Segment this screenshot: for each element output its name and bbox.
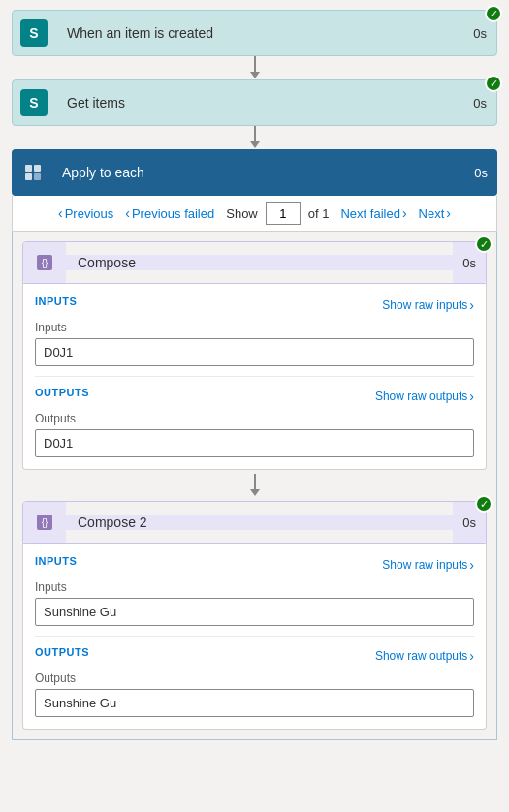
svg-rect-3 <box>34 173 41 180</box>
inputs-value-box: D0J1 <box>35 338 474 366</box>
outputs-section-label: OUTPUTS <box>35 387 89 398</box>
show-raw-inputs-text: Show raw inputs <box>382 298 467 312</box>
outputs-2-section-row: OUTPUTS Show raw outputs › <box>35 646 474 666</box>
flow-container: S When an item is created 0s ✓ S Get ite… <box>0 0 509 750</box>
inputs-section-label: INPUTS <box>35 296 77 307</box>
inputs-section-row: INPUTS Show raw inputs › <box>35 296 474 315</box>
apply-icon <box>12 149 54 196</box>
chevron-right-inputs: › <box>469 297 474 313</box>
compose-2-body: INPUTS Show raw inputs › Inputs Sunshine… <box>22 544 487 730</box>
connector-3 <box>250 474 260 497</box>
sharepoint-icon: S <box>20 19 48 47</box>
svg-text:{}: {} <box>42 258 48 268</box>
compose-2-header[interactable]: {} Compose 2 0s <box>22 501 487 544</box>
check-icon-when: ✓ <box>485 5 502 22</box>
show-raw-inputs-2-link[interactable]: Show raw inputs › <box>382 557 474 573</box>
connector-arrow-2 <box>250 141 260 148</box>
chevron-right-failed-icon <box>402 205 407 221</box>
compose-1-icon: {} <box>23 242 66 283</box>
next-failed-button[interactable]: Next failed <box>336 203 410 223</box>
compose-1-block: {} Compose 0s ✓ INPUTS Show raw inputs <box>22 241 487 470</box>
previous-button[interactable]: Previous <box>54 203 117 223</box>
page-input[interactable] <box>266 202 301 225</box>
step-duration-get: 0s <box>463 96 496 110</box>
step-label-when: When an item is created <box>55 25 463 41</box>
section-divider-1 <box>35 376 474 377</box>
next-button[interactable]: Next <box>415 203 455 223</box>
chevron-right-inputs-2: › <box>469 557 474 573</box>
show-raw-inputs-2-text: Show raw inputs <box>382 558 467 572</box>
apply-to-each-section: Apply to each 0s Previous Previous faile… <box>12 149 497 740</box>
svg-rect-2 <box>25 173 32 180</box>
connector-1 <box>250 56 260 79</box>
apply-inner-content: {} Compose 0s ✓ INPUTS Show raw inputs <box>12 232 497 740</box>
inputs-2-section-label: INPUTS <box>35 555 77 567</box>
section-divider-2 <box>35 636 474 637</box>
outputs-value-box: D0J1 <box>35 429 474 457</box>
connector-2 <box>250 126 260 149</box>
previous-label: Previous <box>65 206 114 221</box>
connector-arrow-1 <box>250 72 260 78</box>
connector-arrow-3 <box>250 489 260 496</box>
sharepoint-icon-2: S <box>20 89 48 116</box>
show-raw-outputs-2-link[interactable]: Show raw outputs › <box>375 648 474 664</box>
check-icon-get: ✓ <box>485 75 502 92</box>
outputs-2-value-box: Sunshine Gu <box>35 689 474 717</box>
compose-2-block: {} Compose 2 0s ✓ INPUTS Show raw inputs <box>22 501 487 730</box>
apply-duration: 0s <box>464 166 497 180</box>
inputs-field-label: Inputs <box>35 321 474 334</box>
compose-2-icon: {} <box>23 502 66 543</box>
outputs-2-field-label: Outputs <box>35 671 474 685</box>
step-when-item-created[interactable]: S When an item is created 0s ✓ <box>12 10 497 56</box>
compose-2-check: ✓ <box>475 495 493 513</box>
chevron-right-outputs: › <box>469 389 474 404</box>
svg-rect-0 <box>25 165 32 172</box>
show-raw-outputs-link[interactable]: Show raw outputs › <box>375 389 474 404</box>
svg-text:{}: {} <box>42 517 48 528</box>
chevron-right-outputs-2: › <box>469 648 474 664</box>
compose-1-check: ✓ <box>475 235 493 253</box>
connector-line-2 <box>254 126 256 141</box>
compose-1-title: Compose <box>66 255 453 270</box>
show-label: Show <box>226 206 258 221</box>
next-failed-label: Next failed <box>340 206 399 221</box>
step-label-get: Get items <box>55 95 463 110</box>
connector-line-1 <box>254 56 256 72</box>
compose-1-header[interactable]: {} Compose 0s <box>22 241 487 284</box>
svg-rect-1 <box>34 165 41 172</box>
inputs-2-value-box: Sunshine Gu <box>35 598 474 626</box>
total-pages: of 1 <box>308 206 330 221</box>
chevron-left-icon <box>58 205 63 221</box>
previous-failed-button[interactable]: Previous failed <box>121 203 218 223</box>
previous-failed-label: Previous failed <box>132 206 214 221</box>
show-raw-outputs-text: Show raw outputs <box>375 390 467 403</box>
chevron-left-failed-icon <box>125 205 130 221</box>
inputs-2-field-label: Inputs <box>35 580 474 594</box>
pagination-bar: Previous Previous failed Show of 1 Next … <box>12 196 497 232</box>
compose-1-body: INPUTS Show raw inputs › Inputs D0J1 OUT… <box>22 284 487 470</box>
apply-label: Apply to each <box>54 165 464 180</box>
next-label: Next <box>419 206 445 221</box>
step-get-items[interactable]: S Get items 0s ✓ <box>12 79 497 126</box>
show-raw-inputs-link[interactable]: Show raw inputs › <box>382 297 474 313</box>
apply-to-each-header[interactable]: Apply to each 0s <box>12 149 497 196</box>
inputs-2-section-row: INPUTS Show raw inputs › <box>35 555 474 575</box>
chevron-right-icon <box>446 205 451 221</box>
outputs-section-row: OUTPUTS Show raw outputs › <box>35 387 474 406</box>
step-icon-when: S <box>13 11 55 55</box>
show-raw-outputs-2-text: Show raw outputs <box>375 649 467 663</box>
step-icon-get: S <box>13 80 55 125</box>
connector-line-3 <box>254 474 256 489</box>
outputs-field-label: Outputs <box>35 412 474 425</box>
step-duration-when: 0s <box>463 26 496 41</box>
compose-2-title: Compose 2 <box>66 515 453 530</box>
outputs-2-section-label: OUTPUTS <box>35 646 89 658</box>
